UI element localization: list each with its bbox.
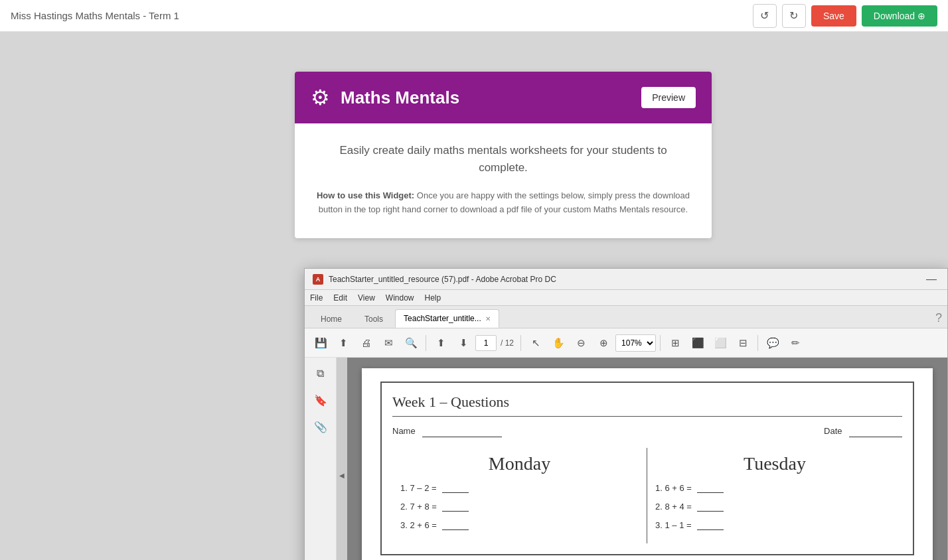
pdf-tuesday-q2-line bbox=[697, 501, 724, 512]
pdf-app-icon: A bbox=[313, 274, 323, 285]
pdf-monday-q3: 3. 2 + 6 = bbox=[400, 520, 639, 530]
pdf-nav-arrow[interactable]: ◀ bbox=[337, 358, 347, 560]
pdf-monday-q2: 2. 7 + 8 = bbox=[400, 501, 639, 512]
download-button[interactable]: Download ⊕ bbox=[862, 5, 937, 27]
pdf-print-tool[interactable]: 🖨 bbox=[355, 333, 376, 353]
widget-howto: How to use this Widget: Once you are hap… bbox=[316, 189, 690, 217]
pdf-tab-tools[interactable]: Tools bbox=[354, 311, 394, 328]
redo-button[interactable]: ↻ bbox=[782, 4, 806, 28]
pdf-name-date-row: Name bbox=[392, 425, 902, 437]
pdf-highlight-tool[interactable]: ✏ bbox=[785, 333, 806, 353]
pdf-tuesday-q2: 2. 8 + 4 = bbox=[655, 501, 894, 512]
toolbar-divider-2 bbox=[520, 335, 521, 351]
pdf-crop-tool[interactable]: ⊞ bbox=[665, 333, 686, 353]
pdf-date-field: Date bbox=[824, 425, 902, 437]
pdf-monday-col: Monday 1. 7 – 2 = 2. 7 + 8 = bbox=[392, 448, 647, 543]
main-area: ⚙ Maths Mentals Preview Easily create da… bbox=[0, 32, 948, 560]
pdf-hand-tool[interactable]: ✋ bbox=[548, 333, 569, 353]
widget-body: Easily create daily maths mentals worksh… bbox=[295, 123, 712, 238]
widget-title: Maths Mentals bbox=[341, 88, 459, 108]
pdf-pages-panel-btn[interactable]: ⧉ bbox=[310, 363, 331, 384]
pdf-search-tool[interactable]: 🔍 bbox=[400, 333, 422, 353]
pdf-tuesday-q3: 3. 1 – 1 = bbox=[655, 520, 894, 530]
pdf-sidebar: ⧉ 🔖 📎 bbox=[305, 358, 337, 560]
pdf-next-page-tool[interactable]: ⬇ bbox=[453, 333, 474, 353]
pdf-page-total: / 12 bbox=[501, 338, 514, 348]
widget-header: ⚙ Maths Mentals Preview bbox=[295, 72, 712, 123]
pdf-name-field: Name bbox=[392, 425, 502, 437]
pdf-type-tool[interactable]: ⊟ bbox=[732, 333, 753, 353]
pdf-menu-view[interactable]: View bbox=[358, 293, 375, 303]
pdf-content-area: ⧉ 🔖 📎 ◀ Week 1 – Questions Name bbox=[305, 358, 947, 560]
widget-description: Easily create daily maths mentals worksh… bbox=[316, 142, 690, 176]
toolbar-divider-3 bbox=[660, 335, 661, 351]
preview-button[interactable]: Preview bbox=[641, 87, 696, 108]
pdf-date-label: Date bbox=[824, 426, 842, 436]
toolbar-divider-1 bbox=[426, 335, 426, 351]
pdf-page: Week 1 – Questions Name bbox=[362, 368, 933, 560]
pdf-attachments-panel-btn[interactable]: 📎 bbox=[310, 416, 331, 437]
pdf-date-line bbox=[849, 425, 902, 437]
pdf-upload-tool[interactable]: ⬆ bbox=[333, 333, 354, 353]
pdf-zoom-in-tool[interactable]: ⊕ bbox=[593, 333, 614, 353]
pdf-titlebar: A TeachStarter_untitled_resource (57).pd… bbox=[305, 269, 947, 290]
gear-icon: ⚙ bbox=[311, 85, 330, 110]
pdf-select-tool[interactable]: ↖ bbox=[525, 333, 546, 353]
pdf-monday-q2-line bbox=[442, 501, 469, 512]
pdf-tabs-left: Home Tools TeachStarter_untitle... ✕ bbox=[310, 309, 499, 328]
pdf-name-label: Name bbox=[392, 426, 416, 436]
top-bar: Miss Hastings Maths Mentals - Term 1 ↺ ↻… bbox=[0, 0, 948, 32]
toolbar-divider-4 bbox=[757, 335, 758, 351]
pdf-tuesday-q3-line bbox=[697, 520, 724, 530]
pdf-menu-help[interactable]: Help bbox=[425, 293, 441, 303]
pdf-monday-q1: 1. 7 – 2 = bbox=[400, 482, 639, 493]
pdf-tabs: Home Tools TeachStarter_untitle... ✕ ? bbox=[305, 306, 947, 328]
widget-header-left: ⚙ Maths Mentals bbox=[311, 85, 459, 110]
save-button[interactable]: Save bbox=[811, 5, 856, 27]
pdf-menubar: File Edit View Window Help bbox=[305, 290, 947, 306]
pdf-extract-tool[interactable]: ⬛ bbox=[687, 333, 708, 353]
pdf-comment-tool[interactable]: 💬 bbox=[762, 333, 783, 353]
pdf-document[interactable]: Week 1 – Questions Name bbox=[347, 358, 947, 560]
pdf-tuesday-heading: Tuesday bbox=[655, 453, 894, 474]
pdf-monday-q3-line bbox=[442, 520, 469, 530]
pdf-email-tool[interactable]: ✉ bbox=[378, 333, 399, 353]
pdf-page-border: Week 1 – Questions Name bbox=[380, 382, 914, 555]
pdf-menu-window[interactable]: Window bbox=[386, 293, 414, 303]
toolbar-actions: ↺ ↻ Save Download ⊕ bbox=[753, 4, 937, 28]
pdf-tab-file-label: TeachStarter_untitle... bbox=[404, 314, 481, 323]
pdf-save-tool[interactable]: 💾 bbox=[310, 333, 331, 353]
widget-card: ⚙ Maths Mentals Preview Easily create da… bbox=[295, 72, 712, 238]
howto-title: How to use this Widget: bbox=[317, 190, 414, 200]
pdf-prev-page-tool[interactable]: ⬆ bbox=[430, 333, 451, 353]
pdf-window-title: TeachStarter_untitled_resource (57).pdf … bbox=[329, 275, 556, 284]
pdf-window: A TeachStarter_untitled_resource (57).pd… bbox=[304, 268, 948, 560]
pdf-menu-file[interactable]: File bbox=[310, 293, 323, 303]
pdf-toolbar: 💾 ⬆ 🖨 ✉ 🔍 ⬆ ⬇ / 12 ↖ ✋ ⊖ ⊕ 107% 50% 75% … bbox=[305, 328, 947, 358]
pdf-tab-close-icon[interactable]: ✕ bbox=[485, 315, 491, 322]
pdf-tuesday-q1: 1. 6 + 6 = bbox=[655, 482, 894, 493]
pdf-tab-home[interactable]: Home bbox=[310, 311, 353, 328]
pdf-monday-q1-line bbox=[442, 482, 469, 493]
pdf-days-grid: Monday 1. 7 – 2 = 2. 7 + 8 = bbox=[392, 448, 902, 543]
pdf-minimize-button[interactable]: — bbox=[923, 273, 939, 285]
pdf-tab-file[interactable]: TeachStarter_untitle... ✕ bbox=[395, 309, 499, 328]
page-title: Miss Hastings Maths Mentals - Term 1 bbox=[11, 10, 179, 21]
pdf-zoom-select[interactable]: 107% 50% 75% 100% 125% 150% bbox=[615, 334, 656, 352]
pdf-fit-tool[interactable]: ⬜ bbox=[710, 333, 731, 353]
pdf-menu-edit[interactable]: Edit bbox=[333, 293, 347, 303]
pdf-name-line bbox=[422, 425, 502, 437]
pdf-tuesday-q1-line bbox=[697, 482, 724, 493]
pdf-monday-heading: Monday bbox=[400, 453, 639, 474]
pdf-page-input[interactable] bbox=[475, 335, 497, 351]
pdf-titlebar-left: A TeachStarter_untitled_resource (57).pd… bbox=[313, 274, 556, 285]
pdf-bookmarks-panel-btn[interactable]: 🔖 bbox=[310, 389, 331, 411]
pdf-help-button[interactable]: ? bbox=[935, 311, 942, 328]
undo-button[interactable]: ↺ bbox=[753, 4, 777, 28]
pdf-week-title: Week 1 – Questions bbox=[392, 393, 902, 417]
pdf-tuesday-col: Tuesday 1. 6 + 6 = 2. 8 + 4 = bbox=[647, 448, 902, 543]
pdf-zoom-out-tool[interactable]: ⊖ bbox=[570, 333, 592, 353]
